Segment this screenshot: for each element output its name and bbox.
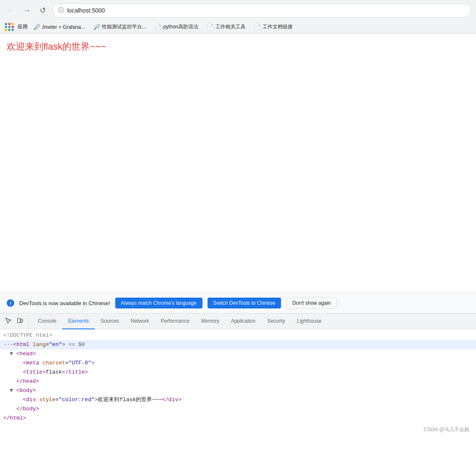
forward-icon: → [23,6,30,15]
devtools-notification: i DevTools is now available in Chinese! … [0,293,476,313]
tab-performance[interactable]: Performance [155,313,195,329]
nav-bar: ← → ↺ ⓘ localhost:5000 应用 [0,0,476,34]
bookmark-tools-icon: 📄 [207,24,214,30]
back-button[interactable]: ← [5,5,17,16]
match-language-button[interactable]: Always match Chrome's language [115,298,203,308]
inspect-element-button[interactable] [3,316,13,327]
devtools-elements-panel: <!DOCTYPE html> ···<html lang="en"> == $… [0,329,476,440]
forward-button[interactable]: → [21,5,33,16]
refresh-icon: ↺ [40,6,46,15]
code-html-close: </html> [0,414,476,423]
code-div: <div style="color:red">欢迎来到flask的世界~~~</… [0,395,476,404]
code-title: <title>flask</title> [0,368,476,377]
code-html-tag[interactable]: ···<html lang="en"> == $0 [0,340,476,349]
address-bar[interactable]: ⓘ localhost:5000 [53,3,471,18]
tab-application[interactable]: Application [225,313,261,329]
code-doctype: <!DOCTYPE html> [0,331,476,340]
apps-grid-icon [5,23,14,31]
code-head-open[interactable]: ▼ <head> [0,349,476,359]
code-body-close: </body> [0,404,476,414]
bookmark-python-icon: 📄 [154,24,162,30]
code-meta: <meta charset="UTF-8"> [0,359,476,368]
devtools-tabs: Console Elements Sources Network Perform… [0,313,476,329]
switch-to-chinese-button[interactable]: Switch DevTools to Chinese [208,298,281,308]
tab-network[interactable]: Network [125,313,155,329]
device-toolbar-button[interactable] [15,316,25,327]
bookmark-python[interactable]: 📄 python高阶语法 [152,23,201,31]
inspect-icon [5,317,12,326]
code-body-open[interactable]: ▼ <body> [0,386,476,395]
tab-lighthouse[interactable]: Lighthouse [291,313,327,329]
apps-label: 应用 [18,23,28,30]
bookmark-docs-icon: 📄 [254,24,261,30]
bookmark-tools[interactable]: 📄 工作相关工具 [204,23,248,31]
welcome-text: 欢迎来到flask的世界~~~ [7,40,469,53]
page-content: 欢迎来到flask的世界~~~ [0,34,476,293]
tab-console[interactable]: Console [32,313,62,329]
browser-window: ← → ↺ ⓘ localhost:5000 应用 [0,0,476,440]
tab-elements[interactable]: Elements [62,313,95,329]
bookmark-performance-icon: 🔎 [94,24,100,30]
dont-show-again-button[interactable]: Don't show again [286,297,337,309]
svg-rect-1 [21,319,23,322]
code-head-close: </head> [0,377,476,386]
notification-info-icon: i [7,299,14,307]
url-text: localhost:5000 [67,7,105,14]
back-icon: ← [7,6,15,15]
svg-rect-0 [18,318,20,323]
notification-message: DevTools is now available in Chinese! [19,300,110,306]
tab-sources[interactable]: Sources [95,313,125,329]
security-info-icon: ⓘ [58,7,64,14]
apps-button[interactable]: 应用 [5,23,28,31]
bookmark-docs[interactable]: 📄 工作文档链接 [251,23,295,31]
tab-security[interactable]: Security [261,313,291,329]
bookmark-jmeter-icon: 🔎 [33,24,40,30]
device-icon [17,317,23,326]
bookmarks-bar: 应用 🔎 Jmeter + Grafana... 🔎 性能测试监控平台... 📄… [0,21,476,33]
tab-memory[interactable]: Memory [195,313,225,329]
bookmark-jmeter[interactable]: 🔎 Jmeter + Grafana... [31,23,88,31]
refresh-button[interactable]: ↺ [37,5,48,16]
csdn-watermark: CSDN @马儿不会跑 [423,426,469,433]
bookmark-performance[interactable]: 🔎 性能测试监控平台... [91,23,149,31]
devtools-toolbar [3,316,29,327]
